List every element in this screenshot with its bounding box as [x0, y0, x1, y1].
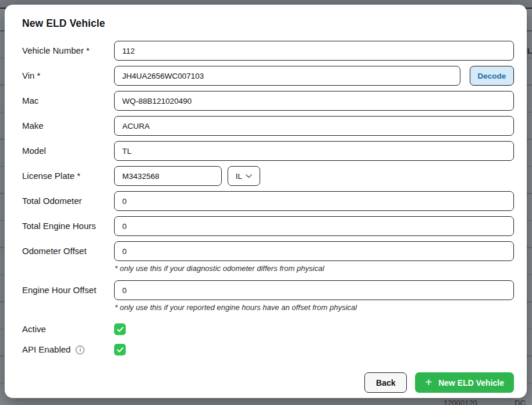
- engine-hour-offset-input[interactable]: [114, 280, 514, 300]
- mac-input[interactable]: [114, 91, 514, 111]
- api-enabled-checkbox[interactable]: [114, 344, 126, 355]
- vehicle-number-label: Vehicle Number *: [22, 41, 114, 61]
- total-engine-hours-row: Total Engine Hours: [22, 216, 514, 236]
- odometer-offset-input[interactable]: [114, 241, 514, 261]
- modal-title: New ELD Vehicle: [22, 17, 514, 30]
- make-label: Make: [22, 116, 114, 136]
- license-plate-row: License Plate * IL: [22, 166, 514, 186]
- make-input[interactable]: [114, 116, 514, 136]
- state-select[interactable]: IL: [228, 166, 260, 186]
- vin-row: Vin * Decode: [22, 66, 514, 86]
- odometer-offset-note: * only use this if your diagnostic odome…: [115, 264, 514, 273]
- api-enabled-label: API Enabled i: [22, 344, 114, 355]
- model-input[interactable]: [114, 141, 514, 161]
- check-icon: [117, 347, 123, 353]
- license-plate-input[interactable]: [114, 166, 222, 186]
- new-eld-vehicle-button-label: New ELD Vehicle: [438, 378, 504, 388]
- active-checkbox[interactable]: [114, 323, 126, 335]
- vin-input[interactable]: [114, 66, 460, 86]
- active-row: Active: [22, 323, 514, 335]
- plus-icon: +: [425, 376, 432, 388]
- mac-row: Mac: [22, 91, 514, 111]
- check-icon: [117, 327, 123, 332]
- engine-hour-offset-label: Engine Hour Offset: [22, 280, 114, 300]
- vehicle-number-row: Vehicle Number *: [22, 41, 514, 61]
- make-row: Make: [22, 116, 514, 136]
- api-enabled-label-text: API Enabled: [22, 344, 70, 355]
- chevron-down-icon: [246, 174, 252, 178]
- engine-hour-offset-note: * only use this if your reported engine …: [115, 303, 514, 312]
- total-engine-hours-input[interactable]: [114, 216, 514, 236]
- engine-hour-offset-row: Engine Hour Offset * only use this if yo…: [22, 280, 514, 314]
- total-odometer-label: Total Odometer: [22, 191, 114, 211]
- state-select-value: IL: [236, 172, 242, 181]
- api-enabled-row: API Enabled i: [22, 344, 514, 355]
- model-row: Model: [22, 141, 514, 161]
- mac-label: Mac: [22, 91, 114, 111]
- model-label: Model: [22, 141, 114, 161]
- total-engine-hours-label: Total Engine Hours: [22, 216, 114, 236]
- active-label: Active: [22, 323, 114, 335]
- license-plate-label: License Plate *: [22, 166, 114, 186]
- total-odometer-input[interactable]: [114, 191, 514, 211]
- odometer-offset-label: Odometer Offset: [22, 241, 114, 261]
- total-odometer-row: Total Odometer: [22, 191, 514, 211]
- back-button[interactable]: Back: [364, 372, 407, 393]
- odometer-offset-row: Odometer Offset * only use this if your …: [22, 241, 514, 275]
- new-eld-vehicle-modal: New ELD Vehicle Vehicle Number * Vin * D…: [5, 5, 527, 398]
- vehicle-number-input[interactable]: [114, 41, 514, 61]
- background-cell-partial: DC: [515, 399, 526, 405]
- new-eld-vehicle-button[interactable]: + New ELD Vehicle: [415, 372, 514, 393]
- decode-button[interactable]: Decode: [470, 66, 514, 86]
- background-cell-partial: 12000120: [444, 399, 477, 405]
- modal-footer: Back + New ELD Vehicle: [17, 372, 514, 393]
- vin-label: Vin *: [22, 66, 114, 86]
- info-icon[interactable]: i: [76, 346, 84, 354]
